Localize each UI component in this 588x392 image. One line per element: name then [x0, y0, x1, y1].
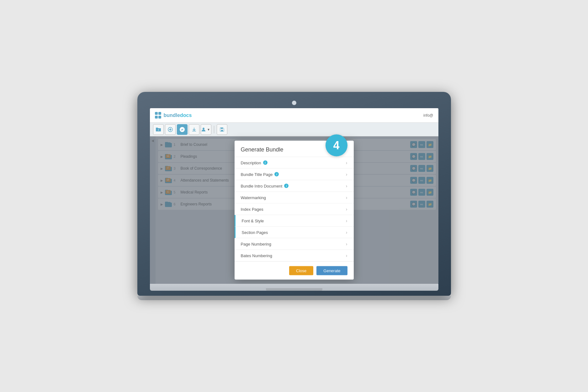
modal-item-chevron-right-icon: ›: [346, 230, 347, 235]
app-header: bundledocs info@: [150, 108, 438, 123]
modal-item-label: Description: [241, 160, 261, 165]
modal-item-chevron-right-icon: ›: [346, 160, 347, 165]
save-button[interactable]: [217, 124, 227, 135]
screen-bezel: bundledocs info@ +: [137, 92, 451, 296]
modal-step-badge: 4: [326, 135, 347, 156]
brand-icon: [155, 112, 162, 119]
item-add-button[interactable]: [165, 124, 176, 135]
modal-item-label: Bundle Intro Document: [241, 183, 283, 188]
modal-item-description[interactable]: Description i ›: [235, 157, 354, 169]
laptop-frame: bundledocs info@ +: [137, 92, 451, 300]
bundle-button[interactable]: [177, 124, 188, 135]
modal-item-left: Bundle Intro Document i: [241, 183, 346, 188]
modal-item-info-icon: i: [263, 161, 268, 165]
svg-point-3: [203, 128, 204, 130]
close-button[interactable]: Close: [289, 266, 313, 275]
user-email[interactable]: info@: [423, 113, 433, 118]
svg-text:+: +: [158, 129, 159, 131]
modal-item-page-numbering[interactable]: Page Numbering ›: [235, 238, 354, 250]
modal-footer: Close Generate: [235, 262, 354, 280]
brand-part2: docs: [180, 113, 192, 118]
modal-item-left: Page Numbering: [241, 241, 346, 246]
brand-part1: bundle: [164, 113, 180, 118]
generate-bundle-modal: Generate Bundle 4 Description i ›: [235, 141, 354, 280]
generate-button[interactable]: Generate: [316, 266, 347, 275]
modal-item-label: Bates Numbering: [241, 253, 272, 258]
modal-header: Generate Bundle 4: [235, 141, 354, 157]
modal-item-chevron-right-icon: ›: [346, 207, 347, 212]
svg-rect-4: [221, 130, 223, 131]
laptop-base: [150, 284, 438, 291]
screen: bundledocs info@ +: [150, 108, 438, 284]
modal-item-chevron-right-icon: ›: [346, 218, 347, 223]
modal-item-font-style[interactable]: Font & Style ›: [235, 215, 354, 227]
modal-item-label: Section Pages: [242, 230, 268, 235]
svg-rect-5: [221, 128, 223, 129]
person-button[interactable]: ▾: [201, 124, 211, 135]
modal-item-watermarking[interactable]: Watermarking ›: [235, 192, 354, 204]
modal-item-label: Page Numbering: [241, 241, 272, 246]
modal-item-index-pages[interactable]: Index Pages ›: [235, 204, 354, 215]
modal-item-bates-numbering[interactable]: Bates Numbering ›: [235, 250, 354, 262]
toolbar-separator: [214, 126, 214, 133]
modal-item-chevron-right-icon: ›: [346, 195, 347, 200]
modal-item-left: Description i: [241, 160, 346, 165]
modal-item-bundle-intro-document[interactable]: Bundle Intro Document i ›: [235, 180, 354, 192]
folder-add-button[interactable]: +: [153, 124, 164, 135]
app-body: ◀ ▶ 1 Brief to Counsel: [150, 136, 438, 284]
modal-item-chevron-right-icon: ›: [346, 253, 347, 258]
modal-item-label: Bundle Title Page: [241, 172, 273, 177]
modal-item-label: Watermarking: [241, 195, 266, 200]
camera: [292, 101, 296, 105]
modal-item-left: Bates Numbering: [241, 253, 346, 258]
modal-item-left: Font & Style: [242, 218, 346, 223]
brand-name: bundledocs: [164, 113, 192, 118]
download-button[interactable]: [189, 124, 199, 135]
modal-item-info-icon: i: [284, 184, 289, 188]
modal-item-section-pages[interactable]: Section Pages ›: [235, 227, 354, 238]
app-toolbar: +: [150, 123, 438, 136]
brand-logo: bundledocs: [155, 112, 192, 119]
modal-body: Description i › Bundle Title Page i: [235, 157, 354, 262]
laptop-stand: [137, 296, 451, 300]
modal-item-label: Font & Style: [242, 218, 264, 223]
modal-item-left: Bundle Title Page i: [241, 172, 346, 177]
modal-item-label: Index Pages: [241, 207, 263, 211]
modal-item-bundle-title-page[interactable]: Bundle Title Page i ›: [235, 169, 354, 180]
modal-item-chevron-right-icon: ›: [346, 241, 347, 246]
screen-content: bundledocs info@ +: [150, 108, 438, 284]
modal-item-left: Index Pages: [241, 207, 346, 211]
person-dropdown-arrow[interactable]: ▾: [206, 124, 211, 135]
modal-item-info-icon: i: [274, 172, 279, 177]
modal-item-left: Section Pages: [242, 230, 346, 235]
modal-item-chevron-right-icon: ›: [346, 183, 347, 188]
modal-item-chevron-right-icon: ›: [346, 172, 347, 177]
modal-item-left: Watermarking: [241, 195, 346, 200]
